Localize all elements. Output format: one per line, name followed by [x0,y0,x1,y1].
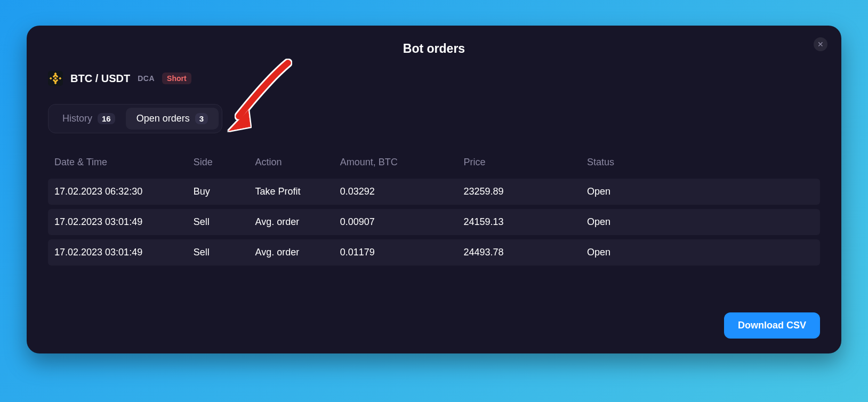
modal-footer: Download CSV [48,312,820,339]
cell-status: Open [581,239,820,266]
tab-history[interactable]: History 16 [52,108,126,130]
cell-status: Open [581,179,820,205]
cell-status: Open [581,209,820,235]
bot-orders-modal: ✕ Bot orders BTC / USDT DCA Short [27,26,841,353]
cell-side: Sell [187,239,249,266]
close-icon[interactable]: ✕ [814,37,827,51]
col-action: Action [248,151,333,174]
modal-title: Bot orders [48,42,820,56]
cell-amount: 0.00907 [334,209,457,235]
download-csv-button[interactable]: Download CSV [724,312,820,339]
cell-date: 17.02.2023 03:01:49 [48,209,187,235]
tab-count-badge: 3 [195,113,208,124]
close-glyph: ✕ [817,41,824,48]
cell-action: Take Profit [248,179,333,205]
tab-open-orders[interactable]: Open orders 3 [126,108,219,130]
tab-label: Open orders [136,113,190,124]
cell-action: Avg. order [248,239,333,266]
cell-price: 23259.89 [457,179,581,205]
table-row: 17.02.2023 03:01:49 Sell Avg. order 0.00… [48,209,820,235]
cell-action: Avg. order [248,209,333,235]
cell-side: Buy [187,179,249,205]
col-date: Date & Time [48,151,187,174]
pair-info: BTC / USDT DCA Short [48,71,820,86]
tabs: History 16 Open orders 3 [48,104,222,133]
col-status: Status [581,151,820,174]
table-row: 17.02.2023 06:32:30 Buy Take Profit 0.03… [48,179,820,205]
tab-count-badge: 16 [98,113,115,124]
col-price: Price [457,151,581,174]
cell-price: 24493.78 [457,239,581,266]
strategy-label: DCA [138,74,155,83]
orders-table: Date & Time Side Action Amount, BTC Pric… [48,147,820,270]
side-badge: Short [162,73,191,84]
col-side: Side [187,151,249,174]
cell-amount: 0.03292 [334,179,457,205]
svg-marker-6 [228,110,251,131]
cell-date: 17.02.2023 03:01:49 [48,239,187,266]
table-body: 17.02.2023 06:32:30 Buy Take Profit 0.03… [48,179,820,266]
pair-symbol: BTC / USDT [70,73,130,85]
tab-label: History [62,113,92,124]
cell-date: 17.02.2023 06:32:30 [48,179,187,205]
cell-amount: 0.01179 [334,239,457,266]
binance-icon [48,71,63,86]
table-row: 17.02.2023 03:01:49 Sell Avg. order 0.01… [48,239,820,266]
cell-side: Sell [187,209,249,235]
col-amount: Amount, BTC [334,151,457,174]
table-header-row: Date & Time Side Action Amount, BTC Pric… [48,151,820,174]
cell-price: 24159.13 [457,209,581,235]
